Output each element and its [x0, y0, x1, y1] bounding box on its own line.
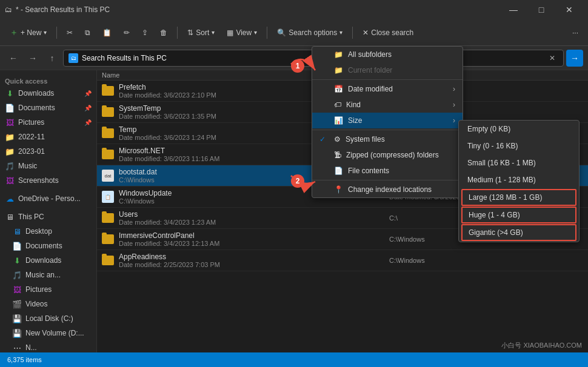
docs2-icon: 📄 [12, 241, 22, 251]
sidebar-item-onedrive[interactable]: ☁ OneDrive - Perso... [0, 191, 96, 206]
view-chevron-icon: ▾ [254, 29, 257, 36]
file-meta: C:\Windows [119, 176, 157, 183]
sidebar-item-local-disk[interactable]: 💾 Local Disk (C:) [0, 311, 96, 326]
sidebar-item-videos[interactable]: 🎬 Videos [0, 297, 96, 311]
file-name: SystemTemp [119, 104, 216, 113]
sidebar-item-downloads2[interactable]: ⬇ Downloads [0, 253, 96, 268]
file-name: bootstat.dat [119, 168, 157, 176]
close-search-button[interactable]: ✕ Close search [358, 23, 418, 42]
pictures2-icon: 🖼 [12, 285, 22, 294]
up-button[interactable]: ↑ [44, 50, 61, 67]
cut-icon: ✂ [67, 28, 73, 37]
minimize-button[interactable]: — [499, 0, 527, 19]
nav-bar: ← → ↑ 🗂 Search Results in This PC ✕ → [0, 46, 588, 70]
sidebar-documents-label: Documents [18, 104, 55, 112]
dropdown-item-zipped[interactable]: 🗜 Zipped (compressed) folders [312, 147, 463, 163]
documents-icon: 📄 [5, 103, 15, 113]
more-icon: ⋯ [12, 343, 22, 352]
title-bar: 🗂 * - Search Results in This PC — □ ✕ [0, 0, 588, 19]
size-item-huge[interactable]: Huge (1 - 4 GB) [461, 207, 576, 223]
dropdown-item-size[interactable]: 📊 Size › [312, 113, 463, 128]
sidebar-onedrive-label: OneDrive - Perso... [18, 194, 81, 203]
search-options-button[interactable]: 🔍 Search options ▾ [272, 23, 347, 42]
new-volume-icon: 💾 [12, 328, 22, 338]
size-item-small[interactable]: Small (16 KB - 1 MB) [459, 154, 579, 171]
nav-go-button[interactable]: → [566, 50, 583, 67]
view-button[interactable]: ▦ View ▾ [222, 23, 262, 42]
sidebar-item-docs2[interactable]: 📄 Documents [0, 239, 96, 253]
sort-button[interactable]: ⇅ Sort ▾ [182, 23, 219, 42]
sidebar-item-music[interactable]: 🎵 Music [0, 159, 96, 173]
file-name: AppReadiness [119, 253, 220, 261]
share-button[interactable]: ⇪ [137, 23, 153, 42]
sidebar-item-screenshots[interactable]: 🖼 Screenshots [0, 173, 96, 188]
music2-icon: 🎵 [12, 270, 22, 280]
folder-2023-icon: 📁 [5, 147, 15, 156]
forward-button[interactable]: → [24, 50, 41, 67]
file-meta: Date modified: 3/4/2023 12:13 AM [119, 240, 219, 247]
sidebar-music2-label: Music an... [25, 271, 61, 279]
new-button[interactable]: ＋ + New ▾ [5, 23, 52, 42]
delete-button[interactable]: 🗑 [155, 23, 172, 42]
sidebar-item-more[interactable]: ⋯ N... [0, 340, 96, 352]
sidebar-pictures-label: Pictures [18, 118, 44, 127]
paste-button[interactable]: 📋 [98, 23, 116, 42]
dropdown-item-date-modified[interactable]: 📅 Date modified › [312, 81, 463, 97]
sidebar-item-pictures[interactable]: 🖼 Pictures 📌 [0, 115, 96, 130]
copy-button[interactable]: ⧉ [80, 23, 95, 42]
folder-sm-icon2: 📁 [334, 66, 343, 74]
arrow-icon2: › [453, 101, 455, 109]
sidebar-item-documents[interactable]: 📄 Documents 📌 [0, 101, 96, 115]
folder-icon [102, 86, 114, 96]
calendar-icon: 📅 [334, 85, 343, 93]
dropdown-item-all-subfolders[interactable]: 📁 All subfolders [312, 47, 463, 62]
close-button[interactable]: ✕ [555, 0, 583, 19]
maximize-button[interactable]: □ [527, 0, 555, 19]
file-name: ImmersiveControlPanel [119, 231, 219, 240]
onedrive-icon: ☁ [5, 194, 15, 203]
dropdown-item-change-indexed[interactable]: 📍 Change indexed locations [312, 182, 463, 197]
cut-button[interactable]: ✂ [62, 23, 78, 42]
size-icon: 📊 [334, 116, 343, 125]
size-item-gigantic[interactable]: Gigantic (>4 GB) [461, 224, 576, 241]
folder-sm-icon: 📁 [334, 50, 343, 59]
dropdown-item-kind[interactable]: 🏷 Kind › [312, 97, 463, 113]
indexed-icon: 📍 [334, 185, 343, 194]
file-icon: dat [102, 170, 114, 182]
address-clear-button[interactable]: ✕ [546, 52, 558, 64]
file-meta: Date modified: 3/4/2023 1:23 AM [119, 219, 216, 226]
size-item-medium[interactable]: Medium (1 - 128 MB) [459, 171, 579, 188]
size-item-tiny[interactable]: Tiny (0 - 16 KB) [459, 137, 579, 154]
dropdown-label9: Change indexed locations [348, 185, 432, 194]
dropdown-item-system-files[interactable]: ✓ ⚙ System files [312, 131, 463, 147]
table-row[interactable]: AppReadiness Date modified: 2/25/2023 7:… [97, 250, 588, 271]
sidebar: Quick access ⬇ Downloads 📌 📄 Documents 📌… [0, 70, 97, 352]
dropdown-item-current-folder[interactable]: 📁 Current folder [312, 62, 463, 78]
sidebar-local-disk-label: Local Disk (C:) [25, 314, 73, 323]
file-contents-icon: 📄 [334, 167, 343, 175]
sidebar-item-music2[interactable]: 🎵 Music an... [0, 268, 96, 282]
sidebar-item-downloads[interactable]: ⬇ Downloads 📌 [0, 86, 96, 101]
size-item-large[interactable]: Large (128 MB - 1 GB) [461, 189, 576, 206]
sidebar-item-2023-01[interactable]: 📁 2023-01 [0, 144, 96, 159]
folder-icon [102, 213, 114, 223]
sidebar-music-label: Music [18, 162, 37, 170]
sidebar-item-desktop[interactable]: 🖥 Desktop [0, 224, 96, 239]
sidebar-item-thispc[interactable]: 🖥 This PC [0, 210, 96, 224]
folder-icon [102, 128, 114, 138]
system-icon: ⚙ [334, 135, 341, 144]
sidebar-item-2022-11[interactable]: 📁 2022-11 [0, 130, 96, 144]
rename-button[interactable]: ✏ [119, 23, 135, 42]
close-search-icon: ✕ [362, 28, 369, 37]
folder-icon [102, 107, 114, 117]
search-options-icon: 🔍 [277, 28, 286, 37]
file-name: Temp [119, 125, 216, 134]
back-button[interactable]: ← [5, 50, 22, 67]
more-options-button[interactable]: ··· [567, 23, 583, 42]
sidebar-item-pictures2[interactable]: 🖼 Pictures [0, 282, 96, 297]
sidebar-item-new-volume[interactable]: 💾 New Volume (D:... [0, 326, 96, 340]
dropdown-item-file-contents[interactable]: 📄 File contents [312, 163, 463, 179]
size-item-empty[interactable]: Empty (0 KB) [459, 121, 579, 137]
desktop-icon: 🖥 [12, 226, 22, 236]
music-icon: 🎵 [5, 161, 15, 171]
